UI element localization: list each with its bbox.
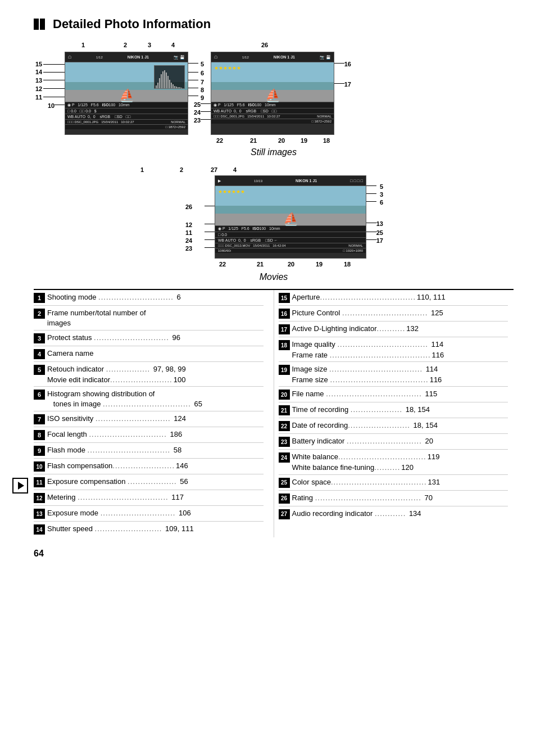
svg-rect-15: [181, 88, 182, 88]
index-num-18: 18: [279, 340, 290, 350]
index-num-3: 3: [34, 333, 45, 343]
svg-rect-6: [166, 73, 167, 88]
index-text-9: Flash mode .............................…: [47, 445, 264, 455]
svg-rect-8: [169, 80, 170, 88]
index-row-15: 15 Aperture.............................…: [279, 290, 508, 306]
index-row-6: 6 Histogram showing distribution of tone…: [34, 387, 264, 411]
index-row-12: 12 Metering ............................…: [34, 490, 264, 506]
index-text-26: Rating .................................…: [292, 493, 508, 503]
index-row-24: 24 White balance........................…: [279, 450, 508, 474]
camera-screen-still-left: ☖ 1/12 NIKON 1 J1 📷 💾 ⛵: [65, 52, 188, 135]
index-num-17: 17: [279, 324, 290, 334]
index-num-13: 13: [34, 509, 45, 519]
svg-rect-10: [172, 84, 174, 88]
index-num-10: 10: [34, 461, 45, 472]
camera-screen-still-right: ☖ 1/12 NIKON 1 J1 📷 💾 ⛵ ★★★★★★: [211, 52, 334, 135]
index-num-1: 1: [34, 293, 45, 303]
index-text-4: Camera name: [47, 348, 264, 359]
index-text-23: Battery indicator ......................…: [292, 436, 508, 446]
movies-label: Movies: [34, 272, 514, 282]
index-num-25: 25: [279, 478, 290, 488]
index-col-right: 15 Aperture.............................…: [279, 290, 514, 537]
index-text-20: File name ..............................…: [292, 389, 508, 399]
svg-rect-11: [174, 86, 175, 88]
movie-diagram: 26 12 11 24 23 ▶ 13/13 NIKON 1 J1 □ □ □: [215, 175, 366, 259]
svg-rect-1: [157, 83, 158, 88]
index-num-4: 4: [34, 349, 45, 359]
index-num-11: 11: [34, 477, 45, 487]
index-num-27: 27: [279, 509, 290, 519]
index-text-25: Color space.............................…: [292, 477, 508, 487]
index-num-2: 2: [34, 309, 45, 319]
index-row-3: 3 Protect status .......................…: [34, 331, 264, 346]
still-diagram-right: ☖ 1/12 NIKON 1 J1 📷 💾 ⛵ ★★★★★★: [211, 52, 334, 135]
index-row-7: 7 ISO sensitivity ......................…: [34, 411, 264, 427]
index-row-5: 5 Retouch indicator ................. 97…: [34, 362, 264, 387]
index-row-4: 4 Camera name: [34, 346, 264, 362]
page-title: Detailed Photo Information: [34, 17, 514, 31]
index-text-11: Exposure compensation ..................…: [47, 477, 264, 487]
index-num-6: 6: [34, 390, 45, 400]
svg-rect-2: [159, 78, 160, 88]
svg-rect-3: [161, 74, 162, 88]
index-row-19: 19 Image size ..........................…: [279, 362, 508, 387]
index-row-18: 18 Image quality .......................…: [279, 337, 508, 362]
still-images-label: Still images: [34, 147, 514, 157]
index-row-22: 22 Date of recording....................…: [279, 418, 508, 434]
index-text-8: Focal length ...........................…: [47, 429, 264, 440]
index-table: 1 Shooting mode ........................…: [34, 289, 514, 537]
index-row-17: 17 Active D-Lighting indicator..........…: [279, 322, 508, 337]
index-row-10: 10 Flash compensation...................…: [34, 459, 264, 474]
index-text-16: Picture Control ........................…: [292, 308, 508, 318]
index-num-22: 22: [279, 421, 290, 431]
index-num-8: 8: [34, 430, 45, 440]
index-text-2: Frame number/total number ofimages: [47, 308, 264, 328]
play-button[interactable]: [12, 478, 28, 494]
index-num-12: 12: [34, 493, 45, 503]
index-row-11: 11 Exposure compensation ...............…: [34, 474, 264, 490]
index-text-5: Retouch indicator ................. 97, …: [47, 364, 186, 374]
index-num-20: 20: [279, 390, 290, 400]
index-num-5: 5: [34, 365, 45, 375]
title-icon: [34, 19, 45, 30]
index-num-21: 21: [279, 405, 290, 415]
index-row-21: 21 Time of recording ...................…: [279, 402, 508, 418]
index-text-14: Shutter speed ..........................…: [47, 524, 264, 534]
index-row-9: 9 Flash mode ...........................…: [34, 443, 264, 459]
svg-rect-14: [179, 87, 180, 88]
index-text-22: Date of recording.......................…: [292, 420, 508, 431]
still-diagram-left: 15 14 13 12 11 10 ☖ 1/12 NIK: [65, 52, 188, 135]
index-row-25: 25 Color space..........................…: [279, 475, 508, 491]
index-text-7: ISO sensitivity ........................…: [47, 414, 264, 424]
index-text-21: Time of recording .................... 1…: [292, 405, 508, 415]
svg-rect-0: [156, 85, 157, 88]
index-text-27: Audio recording indicator ............ 1…: [292, 509, 508, 519]
index-row-2: 2 Frame number/total number ofimages: [34, 306, 264, 331]
index-text-1: Shooting mode ..........................…: [47, 292, 264, 302]
index-text-19: Image size .............................…: [292, 364, 438, 374]
index-text-3: Protect status .........................…: [47, 333, 264, 343]
svg-rect-9: [171, 83, 172, 88]
index-row-8: 8 Focal length .........................…: [34, 427, 264, 443]
svg-rect-13: [178, 87, 179, 88]
index-text-13: Exposure mode ..........................…: [47, 508, 264, 518]
index-row-27: 27 Audio recording indicator ...........…: [279, 506, 508, 522]
index-text-6: Histogram showing distribution of tones …: [47, 389, 202, 409]
still-diagrams-section: 1 2 3 4 26 15 14 13 12 11 10: [34, 42, 514, 135]
page-number: 64: [34, 549, 514, 559]
index-num-23: 23: [279, 437, 290, 447]
index-text-24: White balance...........................…: [292, 452, 440, 462]
index-row-26: 26 Rating ..............................…: [279, 491, 508, 506]
index-text-18: Image quality ..........................…: [292, 339, 444, 350]
index-num-15: 15: [279, 293, 290, 303]
svg-rect-5: [164, 70, 165, 88]
index-num-19: 19: [279, 365, 290, 375]
index-row-13: 13 Exposure mode .......................…: [34, 506, 264, 522]
index-num-26: 26: [279, 494, 290, 504]
index-text-15: Aperture................................…: [292, 292, 508, 302]
svg-rect-4: [162, 71, 163, 88]
index-row-1: 1 Shooting mode ........................…: [34, 290, 264, 306]
index-row-14: 14 Shutter speed .......................…: [34, 522, 264, 537]
movies-diagrams-section: 1 2 27 4 26 12 11 24 23: [34, 166, 514, 259]
index-row-23: 23 Battery indicator ...................…: [279, 434, 508, 450]
